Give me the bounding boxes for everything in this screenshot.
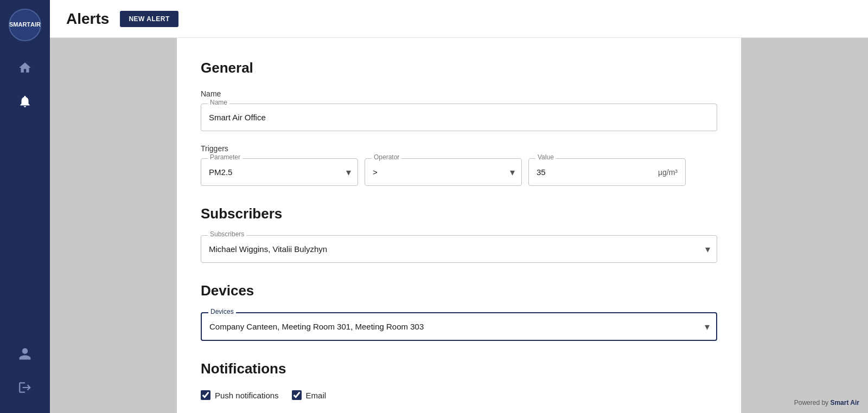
push-notifications-checkbox[interactable]: [201, 390, 210, 400]
sidebar-item-alerts[interactable]: [0, 85, 50, 118]
smart-air-link[interactable]: Smart Air: [830, 399, 859, 406]
sidebar-item-user[interactable]: [0, 337, 50, 371]
devices-wrapper: Devices Company Canteen, Meeting Room 30…: [201, 312, 717, 341]
sidebar-item-logout[interactable]: [0, 371, 50, 404]
subscribers-section: Subscribers Subscribers Michael Wiggins,…: [201, 205, 717, 263]
devices-section: Devices Devices Company Canteen, Meeting…: [201, 282, 717, 341]
general-section-title: General: [201, 60, 717, 76]
name-input[interactable]: [201, 104, 717, 131]
new-alert-button[interactable]: NEW ALERT: [120, 11, 178, 27]
subscribers-select[interactable]: Michael Wiggins, Vitalii Bulyzhyn: [201, 236, 717, 262]
main-content: Alerts NEW ALERT General Name Name Trigg…: [50, 0, 868, 413]
home-icon: [18, 61, 32, 75]
email-checkbox[interactable]: [292, 390, 302, 400]
sidebar-bottom: [0, 337, 50, 413]
logo: SMART AIR: [9, 9, 41, 41]
value-input[interactable]: [529, 159, 658, 185]
user-icon: [18, 347, 32, 361]
value-unit: µg/m³: [658, 168, 685, 177]
subscribers-section-title: Subscribers: [201, 205, 717, 222]
devices-section-title: Devices: [201, 282, 717, 299]
triggers-label: Triggers: [201, 144, 717, 153]
email-label: Email: [306, 391, 327, 400]
notifications-section: Notifications Push notifications Email: [201, 360, 717, 400]
push-notifications-item: Push notifications: [201, 390, 279, 400]
operator-select[interactable]: >: [365, 159, 521, 185]
triggers-row: Parameter PM2.5 ▾ Operator > ▾: [201, 158, 717, 186]
parameter-label: Parameter: [208, 153, 242, 161]
email-item: Email: [292, 390, 327, 400]
powered-by-footer: Powered by Smart Air: [794, 399, 859, 406]
logout-icon: [18, 380, 32, 395]
devices-select[interactable]: Company Canteen, Meeting Room 301, Meeti…: [202, 313, 716, 340]
name-label: Name: [201, 89, 717, 98]
devices-field-label: Devices: [208, 308, 236, 315]
value-wrapper: Value µg/m³: [528, 158, 686, 186]
general-section: General Name Name Triggers Parameter PM2…: [201, 60, 717, 186]
notifications-row: Push notifications Email: [201, 390, 717, 400]
sidebar-item-home[interactable]: [0, 51, 50, 85]
value-label: Value: [535, 153, 556, 161]
sidebar: SMART AIR: [0, 0, 50, 413]
parameter-select[interactable]: PM2.5: [201, 159, 358, 185]
page-title: Alerts: [66, 10, 109, 28]
parameter-wrapper: Parameter PM2.5 ▾: [201, 158, 358, 186]
top-bar: Alerts NEW ALERT: [50, 0, 868, 38]
name-field-wrapper: Name: [201, 104, 717, 131]
name-field-label: Name: [208, 99, 229, 106]
content-area: General Name Name Triggers Parameter PM2…: [50, 38, 868, 413]
bell-icon: [18, 94, 32, 108]
operator-wrapper: Operator > ▾: [365, 158, 522, 186]
subscribers-wrapper: Subscribers Michael Wiggins, Vitalii Bul…: [201, 235, 717, 263]
operator-label: Operator: [372, 153, 401, 161]
push-notifications-label: Push notifications: [215, 391, 279, 400]
notifications-section-title: Notifications: [201, 360, 717, 377]
sidebar-nav: [0, 51, 50, 118]
modal-dialog: General Name Name Triggers Parameter PM2…: [177, 38, 741, 413]
subscribers-field-label: Subscribers: [208, 230, 246, 238]
